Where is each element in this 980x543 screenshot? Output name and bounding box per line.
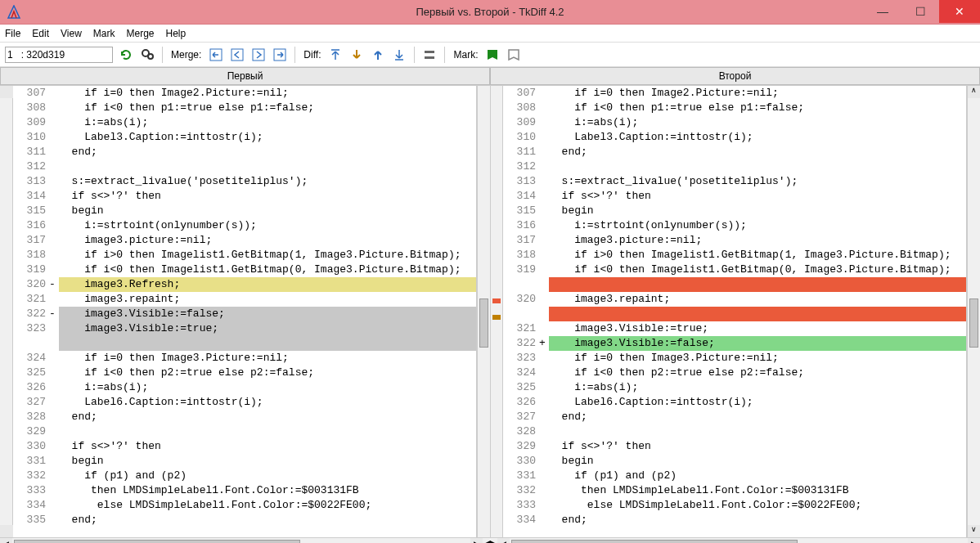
diff-first-icon[interactable] [327, 47, 344, 63]
diff-marker [46, 439, 59, 454]
diff-marker [46, 145, 59, 159]
code-line: if i<0 then p1:=true else p1:=false; [549, 101, 966, 115]
diff-next-down-icon[interactable] [348, 47, 365, 63]
diff-prev-up-icon[interactable] [370, 47, 386, 63]
merge-last-right-icon[interactable] [272, 47, 288, 63]
diff-marker: + [536, 336, 549, 351]
maximize-button[interactable]: ☐ [901, 0, 939, 23]
code-line: i:=strtoint(onlynumber(s)); [549, 218, 966, 233]
scroll-left-icon[interactable]: ◀ [497, 538, 510, 543]
menu-edit[interactable]: Edit [32, 28, 49, 39]
diff-marker [536, 395, 549, 410]
diff-marker [536, 366, 549, 380]
diff-last-icon[interactable] [391, 47, 407, 63]
code-line: begin [549, 454, 966, 469]
code-line: i:=abs(i); [59, 115, 476, 130]
code-line: then LMDSimpleLabel1.Font.Color:=$003131… [549, 483, 966, 498]
code-line: if i>0 then Imagelist1.GetBitmap(1, Imag… [549, 248, 966, 263]
code-line: Label3.Caption:=inttostr(i); [549, 130, 966, 145]
line-number: 332 [13, 469, 46, 483]
find-icon[interactable] [139, 47, 155, 63]
code-line: if i=0 then Image2.Picture:=nil; [549, 86, 966, 101]
code-line: if (p1) and (p2) [59, 469, 476, 483]
line-number [503, 307, 536, 321]
line-number: 329 [13, 424, 46, 439]
line-number: 312 [503, 159, 536, 174]
diff-marker [536, 380, 549, 395]
code-line: image3.Visible:=true; [549, 321, 966, 336]
line-number: 330 [13, 439, 46, 454]
titlebar: Первый vs. Второй - TkDiff 4.2 — ☐ ✕ [0, 0, 980, 25]
code-line: Label6.Caption:=inttostr(i); [549, 395, 966, 410]
code-line: Label3.Caption:=inttostr(i); [59, 130, 476, 145]
diff-marker [46, 513, 59, 527]
menu-merge[interactable]: Merge [127, 28, 155, 39]
line-number: 326 [13, 380, 46, 395]
mark-set-icon[interactable] [484, 47, 501, 63]
scroll-thumb[interactable] [969, 298, 978, 348]
code-line: if i>0 then Imagelist1.GetBitmap(1, Imag… [59, 248, 476, 263]
horizontal-scrollbar[interactable]: ◀ ▶ ◀▶ ◀ ▶ [0, 537, 980, 543]
left-scrollbar[interactable] [477, 86, 490, 537]
diff-navigator-select[interactable] [5, 47, 113, 63]
scroll-right-icon[interactable]: ▶ [968, 538, 980, 543]
code-line [549, 424, 966, 439]
line-number: 313 [13, 174, 46, 189]
diff-marker [536, 483, 549, 498]
code-line: end; [549, 145, 966, 159]
code-line: if i<0 then Imagelist1.GetBitmap(0, Imag… [59, 263, 476, 277]
menu-mark[interactable]: Mark [93, 28, 115, 39]
close-button[interactable]: ✕ [939, 0, 980, 23]
menu-file[interactable]: File [5, 28, 20, 39]
code-line: i:=abs(i); [549, 115, 966, 130]
line-number: 311 [503, 145, 536, 159]
minimize-button[interactable]: — [864, 0, 901, 23]
code-line: end; [59, 513, 476, 527]
code-line: if i<0 then p2:=true else p2:=false; [59, 366, 476, 380]
diff-marker [46, 292, 59, 307]
scroll-thumb[interactable] [14, 540, 300, 543]
line-number [13, 336, 46, 351]
refresh-icon[interactable] [118, 47, 134, 63]
center-map[interactable] [490, 86, 503, 537]
menu-help[interactable]: Help [166, 28, 187, 39]
merge-first-left-icon[interactable] [208, 47, 224, 63]
diff-marker [46, 395, 59, 410]
scroll-up-icon[interactable]: ∧ [968, 86, 980, 98]
scroll-track[interactable] [510, 538, 968, 543]
merge-next-icon[interactable] [250, 47, 267, 63]
line-number: 320 [503, 292, 536, 307]
right-pane[interactable]: 3073083093103113123133143153163173183193… [503, 86, 967, 537]
diff-marker [536, 277, 549, 292]
diff-marker [46, 248, 59, 263]
scroll-down-icon[interactable]: ∨ [968, 525, 980, 537]
merge-prev-icon[interactable] [229, 47, 245, 63]
map-mark [492, 315, 501, 320]
line-number: 317 [13, 233, 46, 248]
diff-marker [46, 454, 59, 469]
left-pane[interactable]: 3073083093103113123133143153163173183193… [13, 86, 477, 537]
diff-marker [46, 233, 59, 248]
scroll-thumb[interactable] [479, 298, 488, 348]
scroll-left-icon[interactable]: ◀ [0, 538, 12, 543]
map-mark [492, 298, 501, 303]
scroll-thumb[interactable] [511, 540, 798, 543]
line-number: 334 [503, 513, 536, 527]
diff-marker [46, 174, 59, 189]
right-scrollbar[interactable]: ∧ ∨ [967, 86, 980, 537]
center-icon[interactable] [421, 47, 438, 63]
code-line: image3.picture:=nil; [549, 233, 966, 248]
mark-clear-icon[interactable] [506, 47, 522, 63]
diff-marker: - [46, 307, 59, 321]
menu-view[interactable]: View [61, 28, 82, 39]
scroll-right-icon[interactable]: ▶ [470, 538, 483, 543]
sync-scroll-icon[interactable]: ◀▶ [483, 538, 497, 543]
line-number: 309 [13, 115, 46, 130]
line-number: 308 [13, 101, 46, 115]
diff-marker [46, 483, 59, 498]
code-line: i:=abs(i); [549, 380, 966, 395]
scroll-track[interactable] [12, 538, 470, 543]
diff-marker [46, 204, 59, 218]
merge-label: Merge: [171, 49, 201, 61]
diff-marker [46, 410, 59, 424]
